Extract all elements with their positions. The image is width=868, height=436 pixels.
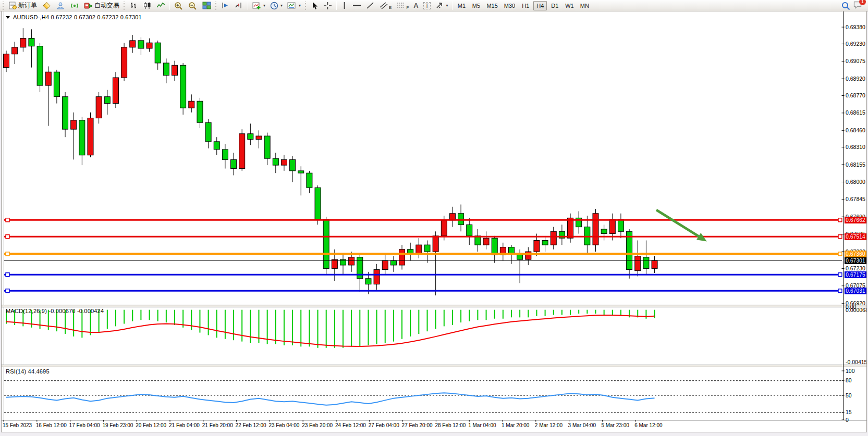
- channel-sub-label: E: [389, 5, 392, 10]
- rsi-label: RSI(14) 44.4695: [6, 368, 50, 375]
- periods-button[interactable]: ▾: [268, 1, 285, 11]
- zoom-in-button[interactable]: [172, 1, 186, 11]
- date-label: 2 Mar 12:00: [535, 422, 563, 428]
- resistance-line-2-anchor[interactable]: [838, 235, 842, 239]
- candlestick: [467, 225, 472, 236]
- notifications-button[interactable]: 1: [853, 1, 863, 11]
- horizontal-line-tool[interactable]: [350, 1, 363, 11]
- toolbar-grip[interactable]: [304, 2, 307, 10]
- candlestick: [239, 134, 245, 169]
- pivot-line-anchor[interactable]: [838, 252, 842, 256]
- date-label: 6 Mar 12:00: [634, 422, 663, 428]
- candlestick: [45, 72, 51, 85]
- macd-scale-label: -0.004159: [846, 359, 866, 365]
- candlestick: [88, 118, 93, 155]
- date-label: 3 Mar 04:00: [568, 422, 596, 428]
- date-label: 20 Feb 12:00: [136, 422, 166, 428]
- text-tool[interactable]: A: [411, 1, 420, 11]
- timeframe-d1[interactable]: D1: [548, 1, 561, 10]
- rsi-scale-label: 100: [846, 368, 855, 374]
- candlestick: [332, 259, 337, 268]
- macd-label: MACD(12,26,9) -0.000670 -0.000424: [6, 308, 104, 314]
- new-order-button[interactable]: 新订单: [6, 1, 39, 11]
- pane-splitter[interactable]: [2, 305, 866, 307]
- line-chart-button[interactable]: [154, 1, 167, 11]
- pane-splitter[interactable]: [2, 365, 866, 367]
- candlestick: [433, 236, 438, 252]
- trendline-tool[interactable]: [364, 1, 376, 11]
- resistance-line-1-anchor[interactable]: [838, 218, 842, 222]
- search-icon[interactable]: [841, 2, 850, 10]
- chart-shift-button[interactable]: [233, 1, 246, 11]
- resistance-line-1-anchor[interactable]: [6, 218, 9, 222]
- zoom-in-icon: [174, 2, 184, 10]
- tile-windows-button[interactable]: [200, 1, 213, 11]
- candlestick: [121, 47, 127, 78]
- toolbar-grip[interactable]: [123, 2, 126, 10]
- resistance-line-2-anchor[interactable]: [6, 235, 9, 239]
- indicators-button[interactable]: ▾: [250, 1, 267, 11]
- candlestick: [256, 136, 262, 139]
- zoom-out-button[interactable]: [186, 1, 200, 11]
- dropdown-caret: ▾: [446, 3, 448, 8]
- main-toolbar: 新订单 自动交易 ▾ ▾: [0, 0, 868, 11]
- auto-trading-label: 自动交易: [94, 1, 119, 10]
- deposit-button[interactable]: [40, 1, 53, 11]
- support-line-2-anchor[interactable]: [838, 289, 842, 293]
- vertical-line-tool[interactable]: [339, 1, 350, 11]
- signals-button[interactable]: [68, 1, 81, 11]
- support-line-1-anchor[interactable]: [838, 273, 842, 277]
- support-line-2-anchor[interactable]: [6, 289, 9, 293]
- date-label: 15 Feb 2023: [3, 422, 32, 428]
- pivot-line-anchor[interactable]: [6, 252, 9, 256]
- candlestick: [96, 97, 102, 118]
- auto-trading-button[interactable]: 自动交易: [82, 1, 121, 11]
- text-label-tool[interactable]: T: [421, 1, 433, 11]
- candlestick: [264, 136, 270, 158]
- toolbar-grip[interactable]: [215, 2, 217, 10]
- arrows-tool[interactable]: ▾: [433, 1, 450, 11]
- indicators-icon: [252, 2, 261, 10]
- date-label: 1 Mar 20:00: [502, 422, 530, 428]
- support-line-1-anchor[interactable]: [6, 273, 9, 277]
- toolbar-grip[interactable]: [2, 2, 5, 10]
- fibonacci-tool[interactable]: F: [394, 1, 411, 11]
- candlestick: [399, 250, 405, 265]
- candlestick-chart-icon: [143, 2, 152, 9]
- dropdown-caret: ▾: [299, 3, 301, 8]
- candlestick-chart-button[interactable]: [141, 1, 154, 11]
- candlestick: [449, 214, 455, 220]
- price-tick-label: 0.69075: [846, 58, 865, 64]
- date-label: 19 Feb 23:00: [102, 422, 133, 428]
- candlestick: [113, 78, 118, 104]
- timeframe-w1[interactable]: W1: [563, 1, 577, 10]
- price-tick-label: 0.68155: [846, 161, 865, 168]
- bar-chart-button[interactable]: [127, 1, 140, 11]
- candlestick: [374, 270, 380, 284]
- timeframe-group: M1M5M15M30H1H4D1W1MN: [455, 1, 591, 10]
- price-tick-label: 0.67845: [846, 196, 865, 202]
- timeframe-mn[interactable]: MN: [578, 1, 592, 10]
- timeframe-m30[interactable]: M30: [502, 1, 518, 10]
- crosshair-tool-button[interactable]: [321, 1, 334, 11]
- timeframe-m15[interactable]: M15: [484, 1, 500, 10]
- templates-button[interactable]: ▾: [285, 1, 303, 11]
- support-line-2-label: 0.67031: [845, 288, 866, 294]
- timeframe-h4[interactable]: H4: [533, 1, 547, 10]
- equidistant-channel-tool[interactable]: E: [377, 1, 394, 11]
- horizontal-line-icon: [352, 2, 361, 9]
- date-label: 1 Mar 04:00: [468, 422, 496, 428]
- chart-canvas[interactable]: 0.693800.692300.690750.689200.687700.686…: [2, 11, 866, 431]
- auto-scroll-button[interactable]: [219, 1, 232, 11]
- crosshair-icon: [323, 2, 332, 10]
- timeframe-m5[interactable]: M5: [469, 1, 483, 10]
- timeframe-m1[interactable]: M1: [455, 1, 468, 10]
- candlestick: [130, 41, 136, 47]
- arrows-icon: [435, 2, 444, 9]
- new-order-icon: [8, 2, 17, 9]
- timeframe-h1[interactable]: H1: [519, 1, 532, 10]
- community-button[interactable]: [54, 1, 67, 11]
- cursor-tool-button[interactable]: [309, 1, 321, 11]
- one-click-trading-toggle[interactable]: [6, 16, 10, 19]
- candlestick: [382, 260, 388, 269]
